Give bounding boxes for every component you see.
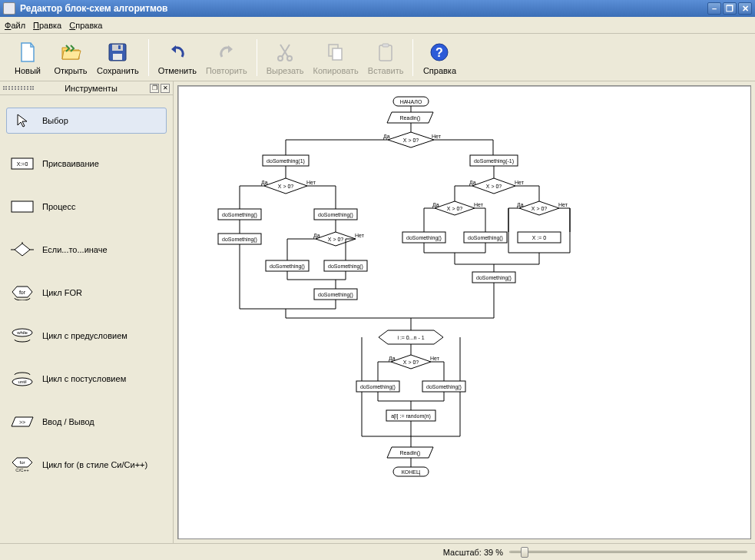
svg-text:doSomething(1): doSomething(1) <box>267 158 305 164</box>
cut-label: Вырезать <box>267 66 304 75</box>
svg-text:Readln(): Readln() <box>400 450 421 456</box>
tool-process[interactable]: Процесс <box>6 194 167 220</box>
new-label: Новый <box>15 66 41 75</box>
scissors-icon <box>273 40 297 65</box>
svg-text:X > 0?: X > 0? <box>278 184 294 189</box>
svg-text:Нет: Нет <box>306 180 316 185</box>
svg-rect-2 <box>113 54 122 60</box>
svg-point-4 <box>278 56 283 61</box>
diamond-icon <box>10 242 35 257</box>
svg-text:while: while <box>16 330 28 335</box>
tool-assign-label: Присваивание <box>42 159 99 168</box>
svg-text:?: ? <box>436 46 444 59</box>
tool-until[interactable]: until Цикл с постусловием <box>6 366 167 392</box>
help-button[interactable]: ? Справка <box>418 36 461 79</box>
svg-text:i := 0...n - 1: i := 0...n - 1 <box>397 335 424 340</box>
toolbar: Новый Открыть Сохранить Отменить По <box>0 34 755 81</box>
svg-text:X > 0?: X > 0? <box>447 206 463 211</box>
menu-help[interactable]: Справка <box>69 21 102 30</box>
zoom-label: Масштаб: 39 % <box>443 548 503 557</box>
svg-text:Да: Да <box>432 202 439 208</box>
cut-button[interactable]: Вырезать <box>262 36 309 79</box>
svg-rect-7 <box>333 48 342 60</box>
tool-select[interactable]: Выбор <box>6 108 167 134</box>
cfor-icon: forC/C++ <box>10 457 35 472</box>
tool-for-label: Цикл FOR <box>42 288 82 297</box>
menu-edit[interactable]: Правка <box>33 21 61 30</box>
svg-rect-14 <box>12 201 33 212</box>
canvas[interactable]: НАЧАЛО Readln() X > 0? ДаНет doSomething… <box>177 85 751 539</box>
svg-text:doSomething(): doSomething() <box>270 263 305 270</box>
svg-text:Да: Да <box>383 134 390 140</box>
redo-icon <box>214 40 239 65</box>
tool-while-label: Цикл с предусловием <box>42 331 127 340</box>
assign-icon: X:=0 <box>10 156 35 171</box>
tool-io-label: Ввод / Вывод <box>42 417 94 426</box>
svg-text:doSomething(): doSomething() <box>468 235 503 241</box>
svg-text:Нет: Нет <box>432 134 442 139</box>
window-titlebar: Редактор блок-схем алгоритмов – ❐ ✕ <box>0 0 755 17</box>
svg-text:Нет: Нет <box>430 356 440 361</box>
window-title: Редактор блок-схем алгоритмов <box>20 3 707 14</box>
menu-file[interactable]: Файл <box>5 21 25 30</box>
io-icon: >> <box>10 414 35 429</box>
svg-text:doSomething(): doSomething() <box>406 235 442 241</box>
svg-text:doSomething(): doSomething() <box>476 275 512 281</box>
svg-rect-8 <box>379 45 392 61</box>
svg-text:Readln(): Readln() <box>400 115 421 121</box>
save-button[interactable]: Сохранить <box>92 36 144 79</box>
svg-text:>>: >> <box>19 419 25 425</box>
svg-text:Да: Да <box>261 180 268 186</box>
clipboard-icon <box>373 40 398 65</box>
copy-label: Копировать <box>313 66 359 75</box>
svg-rect-3 <box>118 45 121 49</box>
tool-for[interactable]: for Цикл FOR <box>6 280 167 306</box>
minimize-button[interactable]: – <box>707 2 721 15</box>
svg-text:Да: Да <box>313 233 320 239</box>
grip-icon[interactable] <box>3 86 34 90</box>
maximize-button[interactable]: ❐ <box>723 2 737 15</box>
svg-text:doSomething(): doSomething() <box>222 237 257 243</box>
tool-cfor[interactable]: forC/C++ Цикл for (в стиле Си/Си++) <box>6 452 167 478</box>
copy-button[interactable]: Копировать <box>309 36 363 79</box>
svg-text:X > 0?: X > 0? <box>486 184 502 189</box>
panel-float-button[interactable]: ❐ <box>150 84 159 93</box>
for-icon: for <box>10 285 35 300</box>
zoom-slider[interactable] <box>509 547 747 558</box>
statusbar: Масштаб: 39 % <box>0 543 755 560</box>
svg-text:X > 0?: X > 0? <box>403 138 419 143</box>
new-file-icon <box>15 40 40 65</box>
svg-text:a[i] := random(n): a[i] := random(n) <box>391 413 431 419</box>
svg-text:Да: Да <box>469 180 476 186</box>
close-button[interactable]: ✕ <box>738 2 752 15</box>
tool-ifelse[interactable]: Если...то...иначе <box>6 237 167 263</box>
svg-text:КОНЕЦ: КОНЕЦ <box>402 469 421 476</box>
svg-text:НАЧАЛО: НАЧАЛО <box>400 99 422 104</box>
new-button[interactable]: Новый <box>6 36 49 79</box>
slider-thumb[interactable] <box>521 547 528 558</box>
until-icon: until <box>10 371 35 386</box>
svg-rect-9 <box>382 44 389 47</box>
paste-button[interactable]: Вставить <box>363 36 409 79</box>
svg-text:for: for <box>19 460 25 465</box>
open-button[interactable]: Открыть <box>49 36 92 79</box>
save-disk-icon <box>105 40 130 65</box>
svg-text:X:=0: X:=0 <box>17 161 28 167</box>
redo-button[interactable]: Повторить <box>201 36 252 79</box>
svg-text:doSomething(): doSomething() <box>318 212 353 218</box>
help-label: Справка <box>423 66 456 75</box>
svg-text:X := 0: X := 0 <box>532 235 547 240</box>
copy-icon <box>323 40 348 65</box>
undo-label: Отменить <box>158 66 197 75</box>
tool-io[interactable]: >> Ввод / Вывод <box>6 409 167 435</box>
svg-text:until: until <box>18 379 26 384</box>
process-icon <box>10 199 35 214</box>
svg-text:Да: Да <box>389 356 396 362</box>
svg-text:Нет: Нет <box>474 202 484 207</box>
tool-while[interactable]: while Цикл с предусловием <box>6 323 167 349</box>
svg-text:doSomething(): doSomething() <box>360 384 396 390</box>
tool-assign[interactable]: X:=0 Присваивание <box>6 151 167 177</box>
panel-close-button[interactable]: ✕ <box>161 84 170 93</box>
undo-button[interactable]: Отменить <box>154 36 201 79</box>
svg-text:X > 0?: X > 0? <box>531 206 548 211</box>
